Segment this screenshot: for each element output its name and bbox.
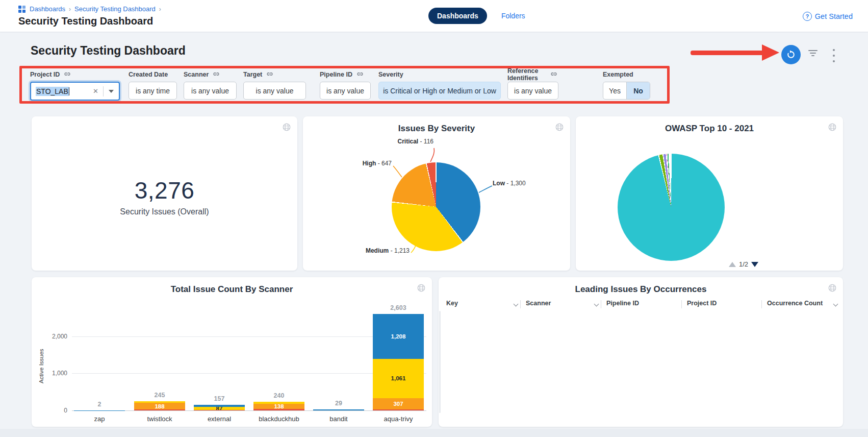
- bar-segment-critical-twistlock[interactable]: [134, 409, 185, 410]
- filter-button-severity[interactable]: is Critical or High or Medium or Low: [378, 82, 501, 100]
- pie-label-medium: Medium - 1,213: [366, 247, 410, 254]
- filter-control-target: is any value: [243, 82, 305, 99]
- filter-label-text: Severity: [378, 71, 403, 78]
- card-leading-issues-by-occurrences: Leading Issues By Occurrences KeyScanner…: [439, 277, 843, 427]
- bar-segment-value: 1,061: [391, 375, 406, 381]
- filter-button-target[interactable]: is any value: [243, 82, 306, 100]
- column-header-occurrence-count[interactable]: Occurrence Count: [767, 300, 823, 307]
- occurrences-table-header: KeyScannerPipeline IDProject IDOccurrenc…: [439, 300, 843, 311]
- filter-button-pipeline-id[interactable]: is any value: [320, 82, 371, 100]
- bar-segment-medium-aqua-trivy[interactable]: 1,061: [373, 359, 424, 398]
- globe-icon: [282, 123, 291, 134]
- exempted-toggle: YesNo: [603, 82, 650, 100]
- tab-folders[interactable]: Folders: [501, 8, 525, 24]
- bar-segment-medium-blackduckhub[interactable]: [253, 402, 304, 404]
- bar-segment-value: 1,208: [391, 333, 406, 339]
- bar-segment-value: 307: [393, 401, 403, 407]
- page-title: Security Testing Dashboard: [18, 15, 153, 27]
- get-started-link[interactable]: ? Get Started: [803, 12, 853, 21]
- sort-chevron-icon[interactable]: [514, 302, 519, 307]
- bar-segment-value: 138: [274, 404, 284, 409]
- filter-button-reference-identifiers[interactable]: is any value: [507, 82, 558, 100]
- link-icon: [356, 70, 364, 79]
- bar-segment-low-bandit[interactable]: [313, 409, 364, 410]
- scanner-chart-title: Total Issue Count By Scanner: [32, 284, 432, 295]
- column-divider: [761, 300, 762, 308]
- page-up-icon[interactable]: [729, 262, 736, 267]
- toggle-option-yes[interactable]: Yes: [603, 82, 626, 99]
- bar-segment-critical-external[interactable]: [194, 410, 245, 410]
- combobox-value: STO_LAB: [36, 87, 69, 96]
- x-axis-line: [72, 410, 426, 411]
- bar-segment-value: 87: [216, 407, 223, 410]
- dashboard-title: Security Testing Dashboard: [31, 44, 186, 58]
- card-security-issues-overall: 3,276 Security Issues (Overall): [32, 116, 297, 271]
- y-tick-label: 1,000: [45, 370, 67, 377]
- filter-label-text: Scanner: [184, 71, 209, 78]
- filter-severity: Severityis Critical or High or Medium or…: [378, 68, 500, 79]
- bar-segment-high-blackduckhub[interactable]: 138: [253, 404, 304, 409]
- filter-control-reference-identifiers: is any value: [507, 82, 557, 99]
- bar-category-label: twistlock: [129, 415, 190, 423]
- column-header-key[interactable]: Key: [446, 300, 458, 307]
- bar-segment-medium-external[interactable]: 87: [194, 407, 245, 410]
- bar-total-label: 240: [243, 392, 315, 399]
- column-header-pipeline-id: Pipeline ID: [606, 300, 639, 307]
- filter-target: Targetis any value: [243, 68, 305, 79]
- severity-pie-chart[interactable]: [392, 162, 480, 251]
- top-header-bar: Dashboards›Security Testing Dashboard› S…: [0, 0, 868, 32]
- filter-label-reference-identifiers: Reference Identifiers: [507, 70, 557, 79]
- column-header-label: Project ID: [687, 300, 717, 307]
- project-id-combobox[interactable]: STO_LAB✕: [30, 82, 120, 101]
- bar-segment-low-aqua-trivy[interactable]: 1,208: [373, 314, 424, 359]
- card-total-issue-count-by-scanner: Total Issue Count By Scanner Active Issu…: [32, 277, 432, 427]
- app-root: Dashboards›Security Testing Dashboard› S…: [0, 0, 868, 437]
- annotation-arrow-head: [762, 44, 779, 61]
- bar-segment-high-twistlock[interactable]: 188: [134, 403, 185, 410]
- card-issues-by-severity: Issues By Severity Low - 1,300Medium - 1…: [303, 116, 570, 271]
- breadcrumb-separator: ›: [69, 6, 71, 13]
- sort-chevron-icon[interactable]: [594, 302, 599, 307]
- filter-label-exempted: Exempted: [603, 70, 649, 79]
- breadcrumb-item[interactable]: Security Testing Dashboard: [74, 5, 156, 13]
- combobox-divider: [103, 86, 104, 96]
- bar-total-label: 29: [303, 400, 374, 407]
- filter-created-date: Created Dateis any time: [129, 68, 176, 79]
- dashboard-menu-button[interactable]: [831, 48, 836, 63]
- link-icon: [266, 70, 273, 79]
- filter-control-created-date: is any time: [129, 82, 176, 99]
- bar-segment-medium-twistlock[interactable]: [134, 401, 185, 403]
- filter-project-id: Project IDSTO_LAB✕: [30, 68, 118, 79]
- page-down-icon[interactable]: [751, 262, 758, 267]
- column-header-scanner[interactable]: Scanner: [526, 300, 551, 307]
- y-tick-label: 0: [45, 407, 67, 414]
- link-icon: [213, 70, 220, 79]
- filter-reference-identifiers: Reference Identifiersis any value: [507, 68, 557, 79]
- toggle-option-no[interactable]: No: [626, 82, 650, 99]
- tab-dashboards[interactable]: Dashboards: [428, 8, 487, 24]
- bar-segment-value: 188: [155, 403, 164, 409]
- table-scrollbar[interactable]: [439, 311, 441, 413]
- filter-button-scanner[interactable]: is any value: [184, 82, 237, 100]
- clear-icon[interactable]: ✕: [88, 87, 103, 95]
- filter-row: Project IDSTO_LAB✕Created Dateis any tim…: [22, 68, 667, 101]
- occurrences-table-title: Leading Issues By Occurrences: [439, 284, 843, 295]
- filter-button-created-date[interactable]: is any time: [129, 82, 177, 100]
- owasp-pie-chart[interactable]: [618, 154, 725, 261]
- bar-segment-high-aqua-trivy[interactable]: 307: [373, 398, 424, 409]
- filter-scanner: Scanneris any value: [184, 68, 236, 79]
- filter-label-target: Target: [243, 70, 305, 79]
- chevron-down-icon[interactable]: [109, 90, 114, 93]
- breadcrumb-item[interactable]: Dashboards: [30, 5, 65, 13]
- refresh-button[interactable]: [781, 45, 801, 64]
- dashboard-filter-button[interactable]: [807, 50, 819, 59]
- bar-segment-critical-aqua-trivy[interactable]: [373, 409, 424, 410]
- filter-label-text: Reference Identifiers: [507, 67, 546, 82]
- sort-chevron-icon[interactable]: [833, 302, 838, 307]
- filter-label-severity: Severity: [378, 70, 500, 79]
- bar-segment-low-external[interactable]: [194, 405, 245, 407]
- bar-category-label: zap: [69, 415, 130, 423]
- annotation-arrow: [691, 51, 765, 55]
- filter-label-created-date: Created Date: [129, 70, 176, 79]
- bar-segment-critical-blackduckhub[interactable]: [253, 409, 304, 410]
